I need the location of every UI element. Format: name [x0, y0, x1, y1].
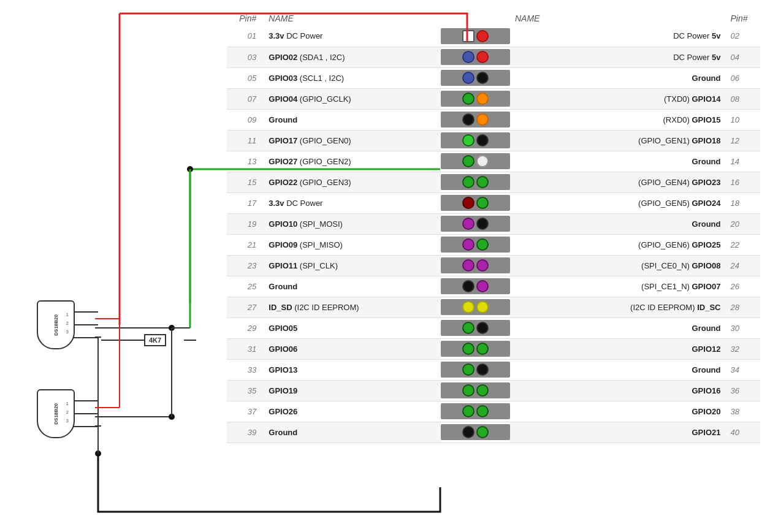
svg-point-9	[169, 414, 175, 420]
name-left: GPIO10 (SPI_MOSI)	[264, 213, 441, 234]
gpio-row: 173.3v DC Power(GPIO_GEN5) GPIO2418	[227, 192, 760, 213]
pin-num-right: 30	[725, 317, 760, 338]
pin-num-right: 22	[725, 234, 760, 255]
pin-num-right: 38	[725, 401, 760, 422]
pin-num-left: 25	[227, 276, 264, 297]
gpio-row: 29GPIO05Ground30	[227, 317, 760, 338]
connector-pins-cell	[441, 67, 510, 88]
name-right: (I2C ID EEPROM) ID_SC	[510, 297, 725, 317]
pin-num-right: 02	[725, 26, 760, 47]
main-container: Pin# NAME NAME Pin# 013.3v DC PowerDC Po…	[0, 0, 770, 532]
header-pin-left: Pin#	[227, 11, 264, 26]
connector-pins-cell	[441, 380, 510, 401]
header-pin-right: Pin#	[725, 11, 760, 26]
gpio-row: 39GroundGPIO2140	[227, 422, 760, 443]
name-left: GPIO04 (GPIO_GCLK)	[264, 88, 441, 109]
pin-num-right: 28	[725, 297, 760, 317]
pin-num-right: 18	[725, 192, 760, 213]
gpio-row: 35GPIO19GPIO1636	[227, 380, 760, 401]
pin-num-left: 11	[227, 130, 264, 151]
connector-pins-cell	[441, 338, 510, 359]
pin-num-left: 35	[227, 380, 264, 401]
connector-pins-cell	[441, 234, 510, 255]
gpio-row: 07GPIO04 (GPIO_GCLK)(TXD0) GPIO1408	[227, 88, 760, 109]
name-left: GPIO02 (SDA1 , I2C)	[264, 47, 441, 67]
name-left: Ground	[264, 422, 441, 443]
connector-pins-cell	[441, 276, 510, 297]
name-right: (RXD0) GPIO15	[510, 109, 725, 130]
pin-num-right: 10	[725, 109, 760, 130]
connector-pins-cell	[441, 317, 510, 338]
svg-point-8	[169, 325, 175, 331]
name-left: Ground	[264, 276, 441, 297]
connector-pins-cell	[441, 151, 510, 172]
sensor-2: DS18B20 123	[37, 389, 98, 438]
connector-pins-cell	[441, 213, 510, 234]
pin-num-left: 19	[227, 213, 264, 234]
name-left: GPIO09 (SPI_MISO)	[264, 234, 441, 255]
pin-num-left: 05	[227, 67, 264, 88]
connector-pins-cell	[441, 109, 510, 130]
name-right: DC Power 5v	[510, 47, 725, 67]
name-left: GPIO03 (SCL1 , I2C)	[264, 67, 441, 88]
pin-num-right: 36	[725, 380, 760, 401]
name-left: GPIO17 (GPIO_GEN0)	[264, 130, 441, 151]
pin-num-right: 40	[725, 422, 760, 443]
name-right: GPIO12	[510, 338, 725, 359]
name-right: (TXD0) GPIO14	[510, 88, 725, 109]
svg-point-10	[95, 450, 101, 457]
sensor-2-label: DS18B20	[53, 403, 59, 425]
name-left: GPIO13	[264, 359, 441, 380]
pin-num-left: 37	[227, 401, 264, 422]
pin-num-left: 07	[227, 88, 264, 109]
pin-num-right: 16	[725, 172, 760, 192]
connector-pins-cell	[441, 422, 510, 443]
name-right: Ground	[510, 151, 725, 172]
name-right: (GPIO_GEN1) GPIO18	[510, 130, 725, 151]
pin-num-left: 29	[227, 317, 264, 338]
pin-num-left: 33	[227, 359, 264, 380]
sensor-1: DS18B20 123	[37, 300, 98, 349]
gpio-row: 13GPIO27 (GPIO_GEN2)Ground14	[227, 151, 760, 172]
connector-pins-cell	[441, 359, 510, 380]
name-left: GPIO11 (SPI_CLK)	[264, 255, 441, 276]
connector-pins-cell	[441, 88, 510, 109]
connector-pins-cell	[441, 26, 510, 47]
connector-pins-cell	[441, 172, 510, 192]
header-connector	[441, 11, 510, 26]
name-left: GPIO26	[264, 401, 441, 422]
name-left: GPIO05	[264, 317, 441, 338]
sensor-2-pins: 123	[66, 400, 69, 425]
name-right: Ground	[510, 359, 725, 380]
connector-pins-cell	[441, 255, 510, 276]
gpio-row: 21GPIO09 (SPI_MISO)(GPIO_GEN6) GPIO2522	[227, 234, 760, 255]
name-left: GPIO19	[264, 380, 441, 401]
connector-pins-cell	[441, 130, 510, 151]
name-left: Ground	[264, 109, 441, 130]
gpio-row: 09Ground(RXD0) GPIO1510	[227, 109, 760, 130]
gpio-row: 37GPIO26GPIO2038	[227, 401, 760, 422]
pin-num-right: 20	[725, 213, 760, 234]
sensor-1-pins: 123	[66, 311, 69, 336]
name-right: GPIO20	[510, 401, 725, 422]
pin-num-left: 23	[227, 255, 264, 276]
pin-num-right: 24	[725, 255, 760, 276]
name-right: (GPIO_GEN4) GPIO23	[510, 172, 725, 192]
gpio-row: 013.3v DC PowerDC Power 5v02	[227, 26, 760, 47]
pin-num-left: 21	[227, 234, 264, 255]
pin-num-right: 12	[725, 130, 760, 151]
name-right: (GPIO_GEN6) GPIO25	[510, 234, 725, 255]
pin-num-right: 34	[725, 359, 760, 380]
resistor: 4K7	[144, 334, 166, 346]
name-left: GPIO06	[264, 338, 441, 359]
pin-num-left: 39	[227, 422, 264, 443]
pin-num-left: 13	[227, 151, 264, 172]
gpio-row: 05GPIO03 (SCL1 , I2C)Ground06	[227, 67, 760, 88]
pin-num-right: 06	[725, 67, 760, 88]
gpio-row: 03GPIO02 (SDA1 , I2C)DC Power 5v04	[227, 47, 760, 67]
gpio-table-area: Pin# NAME NAME Pin# 013.3v DC PowerDC Po…	[227, 11, 760, 443]
pin-num-left: 09	[227, 109, 264, 130]
pin-num-left: 27	[227, 297, 264, 317]
pin-num-right: 04	[725, 47, 760, 67]
name-right: GPIO16	[510, 380, 725, 401]
